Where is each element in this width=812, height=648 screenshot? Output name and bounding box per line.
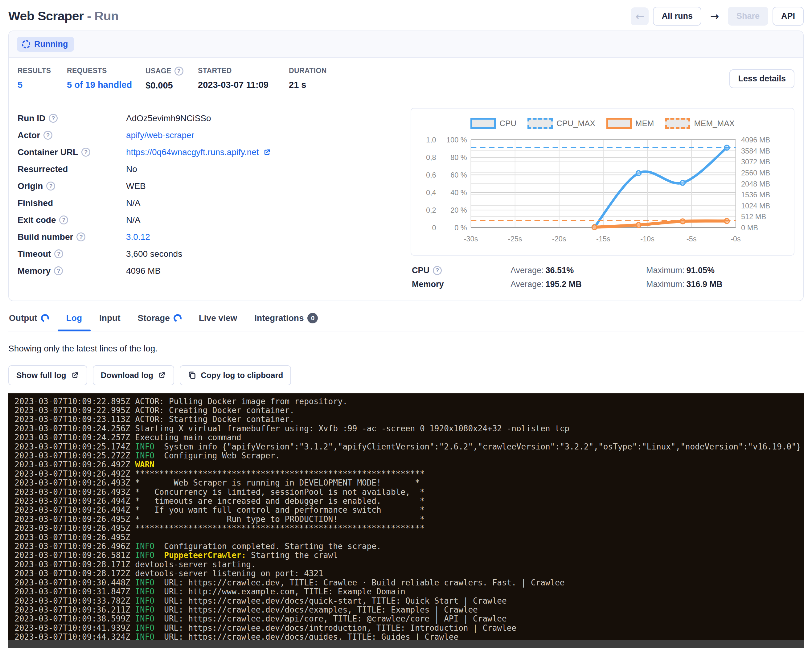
log-text: Configuring Web Scraper. [154,451,280,460]
download-log-button[interactable]: Download log [93,365,174,385]
help-icon[interactable]: ? [49,114,58,123]
arrow-left-icon: ← [635,10,644,23]
copy-icon [188,371,196,380]
legend-swatch [527,118,553,129]
detail-row: Origin ? WEB [18,178,398,195]
log-line: 2023-03-07T10:09:26.492Z ***************… [14,470,804,479]
log-timestamp: 2023-03-07T10:09:26.493Z [14,478,130,487]
log-text: Starting X virtual framebuffer using: Xv… [130,424,569,433]
stat-requests: REQUESTS 5 of 19 handled [67,67,145,90]
stat-duration-label: DURATION [289,67,351,75]
status-strip: Running [9,31,803,58]
run-details: Run ID ? AdOz5evimh9NCiSSo Actor ? apify… [18,108,398,291]
copy-log-button[interactable]: Copy log to clipboard [180,365,291,385]
log-line: 2023-03-07T10:09:28.171Z devtools-server… [14,560,804,569]
log-text: Executing main command [130,433,241,442]
less-details-button[interactable]: Less details [730,69,794,88]
integrations-count-badge: 0 [307,313,318,323]
detail-value: 3,600 seconds [126,249,182,259]
log-prefix: PuppeteerCrawler: [154,550,246,560]
log-text: devtools-server starting. [130,560,256,569]
detail-label: Origin [18,181,43,191]
log-line: 2023-03-07T10:09:26.494Z * If you want f… [14,506,804,514]
detail-value[interactable]: https://0q64wnacgyft.runs.apify.net [126,147,271,157]
stat-requests-value[interactable]: 5 of 19 handled [67,80,145,90]
log-level: INFO [130,442,154,451]
card-body: Run ID ? AdOz5evimh9NCiSSo Actor ? apify… [9,100,803,300]
log-line: 2023-03-07T10:09:26.493Z * Web Scraper i… [14,479,804,487]
help-icon[interactable]: ? [433,266,442,275]
help-icon[interactable]: ? [81,148,90,157]
log-line: 2023-03-07T10:09:26.494Z * timeouts are … [14,497,804,506]
detail-row: Memory ? 4096 MB [18,262,398,279]
stat-started-label: STARTED [198,67,289,75]
legend-item[interactable]: MEM_MAX [665,118,734,129]
detail-row: Timeout ? 3,600 seconds [18,245,398,262]
stat-results: RESULTS 5 [18,67,67,90]
log-text: devtools-server listening on port: 4321 [130,569,324,578]
horizontal-scrollbar[interactable] [8,640,804,648]
log-timestamp: 2023-03-07T10:09:22.995Z [14,406,130,415]
tab-live-view[interactable]: Live view [190,311,246,331]
api-button[interactable]: API [772,7,804,26]
log-timestamp: 2023-03-07T10:09:24.256Z [14,424,130,433]
detail-value[interactable]: 3.0.12 [126,232,150,242]
help-icon[interactable]: ? [54,249,63,258]
help-icon[interactable]: ? [59,215,68,224]
log-line: 2023-03-07T10:09:26.495Z [14,533,804,542]
help-icon[interactable]: ? [46,181,55,191]
svg-text:1536 MB: 1536 MB [741,191,770,199]
log-timestamp: 2023-03-07T10:09:25.174Z [14,442,130,451]
tab-storage[interactable]: Storage [129,311,190,331]
log-timestamp: 2023-03-07T10:09:26.492Z [14,460,130,469]
log-lines: 2023-03-07T10:09:22.895Z ACTOR: Pulling … [14,397,804,642]
cpu-average-label: Average: [510,266,544,275]
previous-run-button[interactable]: ← [631,8,649,25]
log-timestamp: 2023-03-07T10:09:30.448Z [14,578,130,587]
log-line: 2023-03-07T10:09:25.174Z INFO System inf… [14,442,804,451]
log-timestamp: 2023-03-07T10:09:26.581Z [14,550,130,560]
detail-value[interactable]: apify/web-scraper [126,130,194,140]
tab-input[interactable]: Input [91,311,129,331]
legend-item[interactable]: MEM [606,118,654,129]
help-icon[interactable]: ? [43,131,52,140]
stat-results-value[interactable]: 5 [18,80,67,90]
log-notice: Showing only the latest lines of the log… [8,344,804,354]
external-link-icon [157,371,166,380]
log-timestamp: 2023-03-07T10:09:31.847Z [14,587,130,596]
log-terminal[interactable]: 2023-03-07T10:09:22.895Z ACTOR: Pulling … [8,393,804,648]
usage-column: CPU CPU_MAX MEM MEM_MAX 1,0100 %0,880 %0… [411,108,794,291]
tab-integrations[interactable]: Integrations0 [246,311,327,331]
legend-swatch [606,118,632,129]
show-full-log-button[interactable]: Show full log [8,365,87,385]
memory-summary-row: Memory Average:195.2 MB Maximum:316.9 MB [412,277,794,291]
share-button[interactable]: Share [728,7,768,26]
spinner-icon [22,40,30,49]
detail-label: Run ID [18,113,45,123]
legend-item[interactable]: CPU [470,118,516,129]
help-icon[interactable]: ? [54,266,63,275]
log-line: 2023-03-07T10:09:26.581Z INFO PuppeteerC… [14,551,804,560]
cpu-maximum-value: 91.05% [687,266,715,275]
svg-text:-25s: -25s [508,235,522,243]
legend-swatch [665,118,690,129]
log-level: INFO [130,550,154,560]
all-runs-button[interactable]: All runs [653,7,701,26]
tab-bar: Output Log Input Storage Live view Integ… [8,311,804,331]
tab-output[interactable]: Output [8,311,58,331]
log-timestamp: 2023-03-07T10:09:33.782Z [14,596,130,605]
log-timestamp: 2023-03-07T10:09:28.172Z [14,569,130,578]
run-card: Running RESULTS 5 REQUESTS 5 of 19 handl… [8,30,804,301]
log-level: INFO [130,578,154,587]
help-icon[interactable]: ? [76,232,85,241]
legend-item[interactable]: CPU_MAX [527,118,595,129]
detail-row: Container URL ? https://0q64wnacgyft.run… [18,144,398,161]
log-timestamp: 2023-03-07T10:09:26.496Z [14,542,130,551]
log-line: 2023-03-07T10:09:26.493Z * Concurrency i… [14,488,804,497]
next-run-button[interactable]: → [706,8,723,25]
log-line: 2023-03-07T10:09:24.257Z Executing main … [14,433,804,442]
tab-log[interactable]: Log [58,311,91,331]
help-icon[interactable]: ? [174,67,183,76]
svg-text:-5s: -5s [687,235,697,243]
detail-label: Timeout [18,249,51,259]
